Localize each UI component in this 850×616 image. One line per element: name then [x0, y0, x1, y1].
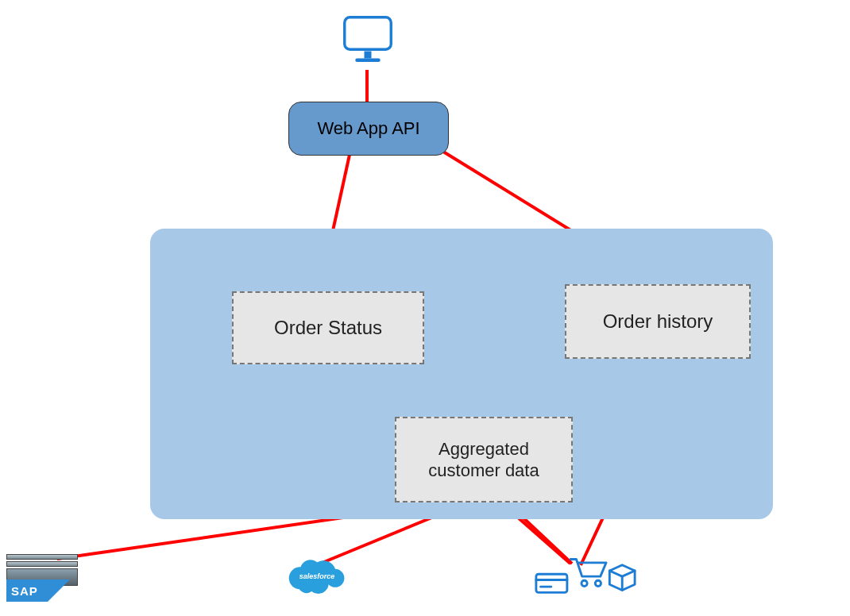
monitor-icon: [339, 12, 396, 69]
aggregated-customer-data-node: Aggregated customer data: [395, 417, 573, 502]
sap-logo-text: SAP: [11, 584, 38, 598]
order-history-label: Order history: [603, 310, 713, 333]
salesforce-label: salesforce: [299, 572, 335, 580]
web-app-api-node: Web App API: [288, 102, 449, 156]
web-app-api-label: Web App API: [317, 118, 419, 139]
sap-icon: SAP: [6, 568, 78, 600]
order-status-label: Order Status: [274, 316, 382, 340]
diagram-canvas: Web App API Order Status Order history A…: [0, 0, 850, 616]
aggregated-label: Aggregated customer data: [428, 438, 539, 482]
ecommerce-icon-group: [534, 554, 637, 595]
svg-point-12: [581, 580, 587, 586]
order-history-node: Order history: [565, 284, 751, 359]
order-status-node: Order Status: [232, 291, 424, 364]
svg-rect-0: [345, 17, 392, 50]
svg-rect-2: [355, 59, 381, 63]
svg-point-13: [595, 580, 601, 586]
salesforce-icon: salesforce: [284, 554, 348, 599]
svg-rect-9: [536, 574, 567, 592]
svg-rect-1: [365, 52, 372, 59]
